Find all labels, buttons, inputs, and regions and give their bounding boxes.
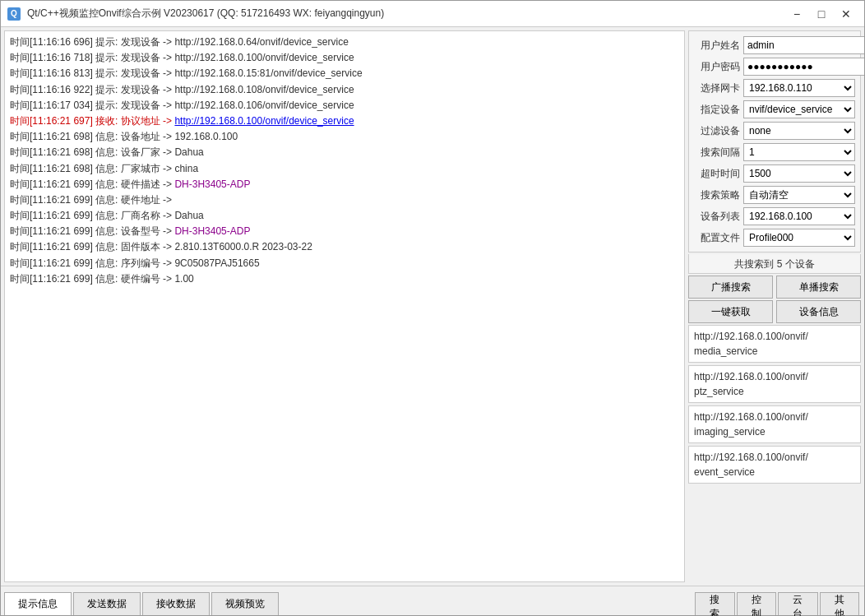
bottom-tab-left[interactable]: 提示信息	[4, 592, 72, 615]
log-line: 时间[11:16:21 699] 信息: 厂商名称 -> Dahua	[10, 208, 679, 224]
bottom-tab-right[interactable]: 控制	[737, 592, 777, 615]
password-label: 用户密码	[694, 60, 740, 74]
log-line: 时间[11:16:21 699] 信息: 设备型号 -> DH-3H3405-A…	[10, 224, 679, 239]
password-row: 用户密码	[694, 58, 855, 76]
log-line: 时间[11:16:16 922] 提示: 发现设备 -> http://192.…	[10, 82, 679, 98]
bottom-tab-left[interactable]: 发送数据	[73, 592, 141, 615]
log-line: 时间[11:16:16 813] 提示: 发现设备 -> http://192.…	[10, 66, 679, 81]
bottom-area: 提示信息发送数据接收数据视频预览 搜索控制云台其他	[1, 586, 864, 615]
log-line: 时间[11:16:21 699] 信息: 硬件描述 -> DH-3H3405-A…	[10, 177, 679, 192]
app-icon: Q	[7, 7, 21, 21]
profile-label: 配置文件	[694, 231, 740, 245]
filter-label: 过滤设备	[694, 124, 740, 138]
log-line: 时间[11:16:21 698] 信息: 设备地址 -> 192.168.0.1…	[10, 129, 679, 145]
timeout-label: 超时时间	[694, 167, 740, 181]
services-area: http://192.168.0.100/onvif/ media_servic…	[688, 325, 861, 582]
bottom-left-tabs: 提示信息发送数据接收数据视频预览	[1, 586, 692, 615]
username-label: 用户姓名	[694, 39, 740, 53]
broadcast-search-button[interactable]: 广播搜索	[688, 276, 773, 299]
log-line: 时间[11:16:21 698] 信息: 设备厂家 -> Dahua	[10, 145, 679, 160]
service-box: http://192.168.0.100/onvif/ ptz_service	[688, 365, 861, 403]
strategy-select[interactable]: 自动清空	[743, 186, 855, 204]
nic-row: 选择网卡 192.168.0.110	[694, 79, 855, 97]
device-info-button[interactable]: 设备信息	[776, 300, 861, 323]
timeout-select[interactable]: 1500	[743, 164, 855, 183]
log-line: 时间[11:16:21 699] 信息: 硬件地址 ->	[10, 192, 679, 208]
log-panel[interactable]: 时间[11:16:16 696] 提示: 发现设备 -> http://192.…	[4, 30, 685, 582]
log-line: 时间[11:16:16 718] 提示: 发现设备 -> http://192.…	[10, 50, 679, 66]
device-select[interactable]: nvif/device_service	[743, 100, 855, 118]
window-title: Qt/C++视频监控Onvif综合示例 V20230617 (QQ: 51721…	[27, 7, 779, 21]
log-line: 时间[11:16:21 699] 信息: 硬件编号 -> 1.00	[10, 271, 679, 287]
service-box: http://192.168.0.100/onvif/ imaging_serv…	[688, 405, 861, 443]
profile-row: 配置文件 Profile000	[694, 229, 855, 247]
close-button[interactable]: ✕	[835, 5, 858, 23]
nic-label: 选择网卡	[694, 81, 740, 95]
form-area: 用户姓名 用户密码 选择网卡 192.168.0.110 指定设备	[688, 30, 861, 252]
minimize-button[interactable]: −	[785, 5, 808, 23]
interval-row: 搜索间隔 1	[694, 143, 855, 161]
window-controls: − □ ✕	[785, 5, 858, 23]
maximize-button[interactable]: □	[810, 5, 833, 23]
device-list-row: 设备列表 192.168.0.100	[694, 207, 855, 225]
device-row: 指定设备 nvif/device_service	[694, 100, 855, 118]
timeout-row: 超时时间 1500	[694, 164, 855, 183]
log-line: 时间[11:16:21 699] 信息: 固件版本 -> 2.810.13T60…	[10, 239, 679, 255]
service-box: http://192.168.0.100/onvif/ event_servic…	[688, 446, 861, 484]
log-line: 时间[11:16:17 034] 提示: 发现设备 -> http://192.…	[10, 98, 679, 113]
bottom-tab-right[interactable]: 其他	[820, 592, 860, 615]
service-box: http://192.168.0.100/onvif/ media_servic…	[688, 325, 861, 363]
search-buttons: 广播搜索 单播搜索	[688, 276, 861, 299]
title-bar: Q Qt/C++视频监控Onvif综合示例 V20230617 (QQ: 517…	[1, 1, 864, 27]
search-result: 共搜索到 5 个设备	[688, 254, 861, 274]
device-list-select[interactable]: 192.168.0.100	[743, 207, 855, 225]
log-line: 时间[11:16:21 698] 信息: 厂家城市 -> china	[10, 161, 679, 177]
single-search-button[interactable]: 单播搜索	[776, 276, 861, 299]
profile-select[interactable]: Profile000	[743, 229, 855, 247]
one-key-get-button[interactable]: 一键获取	[688, 300, 773, 323]
bottom-tab-right[interactable]: 搜索	[695, 592, 735, 615]
log-line: 时间[11:16:21 699] 信息: 序列编号 -> 9C05087PAJ5…	[10, 256, 679, 271]
filter-select[interactable]: none	[743, 122, 855, 140]
interval-select[interactable]: 1	[743, 143, 855, 161]
log-line: 时间[11:16:21 697] 接收: 协议地址 -> http://192.…	[10, 113, 679, 129]
main-window: Q Qt/C++视频监控Onvif综合示例 V20230617 (QQ: 517…	[0, 0, 865, 616]
bottom-right-tabs: 搜索控制云台其他	[692, 586, 864, 615]
log-line: 时间[11:16:16 696] 提示: 发现设备 -> http://192.…	[10, 35, 679, 50]
device-label: 指定设备	[694, 103, 740, 117]
device-list-label: 设备列表	[694, 210, 740, 224]
interval-label: 搜索间隔	[694, 146, 740, 160]
bottom-tab-right[interactable]: 云台	[778, 592, 818, 615]
bottom-tab-left[interactable]: 视频预览	[211, 592, 279, 615]
filter-row: 过滤设备 none	[694, 122, 855, 140]
strategy-row: 搜索策略 自动清空	[694, 186, 855, 204]
username-row: 用户姓名	[694, 36, 855, 54]
main-content: 时间[11:16:16 696] 提示: 发现设备 -> http://192.…	[1, 27, 864, 586]
password-input[interactable]	[743, 58, 864, 76]
nic-select[interactable]: 192.168.0.110	[743, 79, 855, 97]
bottom-tab-left[interactable]: 接收数据	[142, 592, 210, 615]
action-buttons: 一键获取 设备信息	[688, 300, 861, 323]
username-input[interactable]	[743, 36, 864, 54]
right-panel: 用户姓名 用户密码 选择网卡 192.168.0.110 指定设备	[688, 30, 861, 582]
strategy-label: 搜索策略	[694, 188, 740, 202]
